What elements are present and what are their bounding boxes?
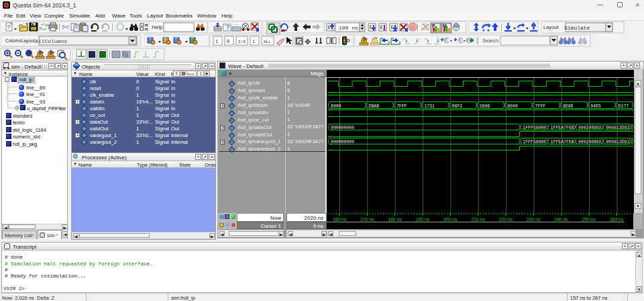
svg-text:250 ns: 250 ns (582, 217, 596, 222)
svg-text:04D5: 04D5 (590, 104, 601, 109)
svg-text:000813D83: 000813D83 (606, 140, 629, 144)
svg-text:230 ns: 230 ns (527, 217, 541, 222)
svg-text:06F2: 06F2 (452, 104, 463, 109)
svg-text:1FFF58000: 1FFF58000 (523, 126, 546, 130)
svg-text:5808: 5808 (480, 104, 490, 109)
svg-text:220 ns: 220 ns (499, 217, 513, 222)
svg-text:1FFEA7FEB: 1FFEA7FEB (551, 140, 574, 144)
svg-text:E: E (391, 24, 394, 30)
svg-text:8D96: 8D96 (563, 104, 574, 109)
svg-text:AllColumns: AllColumns (35, 38, 67, 44)
svg-text:✄: ✄ (62, 22, 69, 32)
svg-text:i: i (252, 39, 255, 44)
svg-text:000813D83: 000813D83 (606, 126, 629, 130)
svg-text:▾: ▾ (285, 28, 287, 32)
svg-text:1FFEA7FEB: 1FFEA7FEB (551, 126, 574, 130)
svg-text:100 ns: 100 ns (339, 25, 358, 31)
svg-text:st: st (410, 25, 414, 30)
svg-text:8000: 8000 (331, 104, 341, 109)
svg-text:240 ns: 240 ns (554, 217, 568, 222)
svg-text:160 ns: 160 ns (333, 217, 347, 222)
svg-text:E: E (380, 24, 384, 30)
svg-text:DBAB: DBAB (369, 104, 380, 109)
svg-text:D177: D177 (619, 104, 629, 109)
svg-text:200 ns: 200 ns (443, 217, 458, 222)
svg-text:000000000: 000000000 (331, 126, 354, 130)
svg-text:0002409EE: 0002409EE (578, 126, 602, 130)
svg-text:✥: ✥ (305, 38, 311, 46)
svg-text:000000000: 000000000 (331, 140, 354, 144)
svg-text:1731: 1731 (424, 104, 435, 109)
svg-text:7FFF: 7FFF (535, 104, 546, 109)
svg-text:Є: Є (444, 37, 449, 44)
svg-text:Є: Є (458, 37, 463, 44)
svg-text:E: E (328, 24, 331, 30)
svg-text:P: P (432, 24, 435, 28)
svg-text:1: 1 (215, 39, 218, 44)
svg-text:Simulate: Simulate (564, 25, 590, 31)
svg-text:E: E (370, 24, 373, 30)
svg-text:Help: Help (152, 24, 163, 30)
svg-text:210 ns: 210 ns (471, 217, 485, 222)
svg-text:M: M (443, 24, 447, 28)
svg-text:190 ns: 190 ns (416, 217, 430, 222)
svg-text:180 ns: 180 ns (388, 217, 402, 222)
svg-text:8000: 8000 (507, 104, 518, 109)
svg-text:7FFF: 7FFF (396, 104, 407, 109)
svg-text:1FFF58000: 1FFF58000 (523, 140, 546, 144)
svg-text:170 ns: 170 ns (360, 217, 374, 222)
svg-text:····: ···· (232, 22, 238, 27)
svg-text:Search:: Search: (482, 38, 500, 44)
svg-text:0: 0 (227, 39, 229, 44)
svg-text:ALL: ALL (264, 40, 271, 44)
svg-text:I/O: I/O (238, 40, 246, 44)
svg-text:0002409EE: 0002409EE (578, 140, 602, 144)
svg-text:260 ns: 260 ns (610, 217, 624, 222)
svg-text:Layout: Layout (543, 24, 559, 30)
svg-text:ColumnLayout: ColumnLayout (5, 38, 35, 44)
